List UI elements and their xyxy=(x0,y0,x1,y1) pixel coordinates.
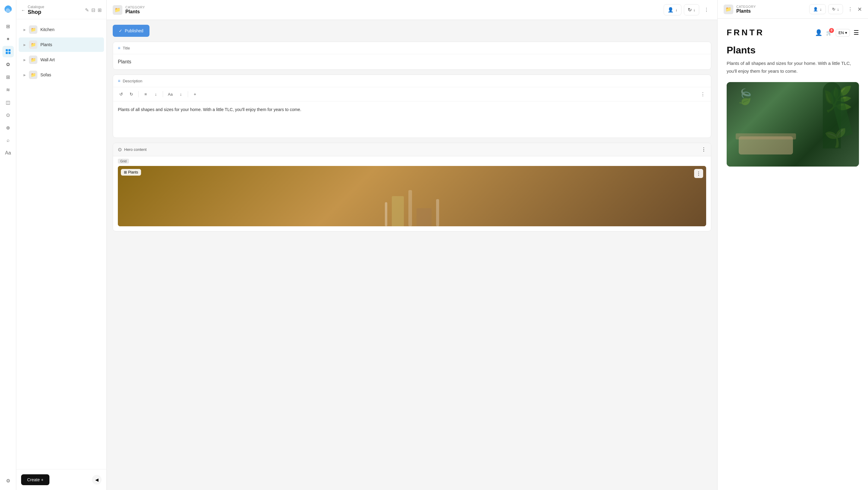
hero-plants-tag: ⊞ Plants xyxy=(121,169,141,176)
toolbar-separator-3 xyxy=(188,91,188,97)
topbar-btn-2[interactable]: ↻ ↓ xyxy=(684,4,700,16)
sidebar-toolbar: ✎ ⊟ ⊞ xyxy=(85,7,101,13)
toolbar-separator-2 xyxy=(163,91,163,97)
main-editor: 📁 Category Plants 👤 ↓ ↻ ↓ ⋮ ✓ Published … xyxy=(107,0,717,490)
preview-btn-1[interactable]: 👤 ↓ xyxy=(809,4,826,14)
category-label: Category xyxy=(125,5,145,9)
plants-tag-label: Plants xyxy=(128,170,138,174)
topbar-btn-1[interactable]: 👤 ↓ xyxy=(664,4,681,16)
sidebar-item-database[interactable]: ◫ xyxy=(2,96,14,108)
plants-label: Plants xyxy=(40,42,52,47)
preview-category-desc: Plants of all shapes and sizes for your … xyxy=(727,59,859,75)
font-button[interactable]: Aa xyxy=(165,90,175,99)
published-badge: ✓ Published xyxy=(113,25,150,37)
preview-panel: 📁 Category Plants 👤 ↓ ↻ ↓ ⋮ ✕ FRNTR 👤 xyxy=(717,0,868,490)
sidebar-back-button[interactable]: ← xyxy=(21,8,25,13)
sidebar-nav: ← Catalogue Shop xyxy=(21,5,44,16)
sidebar-item-search[interactable]: ⌕ xyxy=(2,135,14,146)
description-section-icon: ≡ xyxy=(118,79,120,83)
layout-icon[interactable]: ⊟ xyxy=(91,7,95,13)
topbar-btn-1-arrow: ↓ xyxy=(675,7,678,12)
frntr-cart-icon[interactable]: 🛒 0 xyxy=(826,30,832,36)
icon-bar-bottom: ⚙ xyxy=(2,475,14,486)
sidebar-header: ← Catalogue Shop ✎ ⊟ ⊞ xyxy=(16,0,106,19)
sidebar-item-wall-art[interactable]: ▶ 📁 Wall Art xyxy=(19,53,104,67)
sidebar-item-settings[interactable]: ⚙ xyxy=(2,475,14,486)
preview-more-button[interactable]: ⋮ xyxy=(845,4,855,14)
create-button[interactable]: Create + xyxy=(21,474,50,485)
person-icon: 👤 xyxy=(668,7,674,13)
svg-rect-3 xyxy=(8,52,10,54)
hero-section-label: Hero content xyxy=(124,147,147,152)
preview-sync-icon: ↻ xyxy=(832,7,835,11)
frntr-nav-icons: 👤 🛒 0 EN ▾ ☰ xyxy=(815,29,859,36)
sidebar-item-plants[interactable]: ▶ 📁 Plants xyxy=(19,37,104,52)
preview-hero-image: 🌿 🍃 🌱 Shining Plants xyxy=(727,82,859,167)
preview-person-icon: 👤 xyxy=(813,7,818,11)
lang-arrow-icon: ▾ xyxy=(845,30,847,35)
title-input[interactable] xyxy=(113,54,711,69)
editor-topbar-more[interactable]: ⋮ xyxy=(702,5,711,15)
title-section-label: Title xyxy=(123,46,130,50)
sidebar-item-integrations[interactable]: ✿ xyxy=(2,59,14,70)
editor-topbar-left: 📁 Category Plants xyxy=(113,5,145,15)
app-logo[interactable] xyxy=(3,4,13,15)
font-down-button[interactable]: ↓ xyxy=(176,90,185,99)
frntr-header: FRNTR 👤 🛒 0 EN ▾ ☰ xyxy=(727,28,859,37)
frntr-logo: FRNTR xyxy=(727,28,764,37)
add-button[interactable]: + xyxy=(190,90,199,99)
preview-btn-2[interactable]: ↻ ↓ xyxy=(828,4,843,14)
align-down-button[interactable]: ↓ xyxy=(151,90,160,99)
title-section-icon: ≡ xyxy=(118,46,120,50)
editor-topbar-right: 👤 ↓ ↻ ↓ ⋮ xyxy=(664,4,711,16)
preview-category-title: Plants xyxy=(727,45,859,56)
edit-icon[interactable]: ✎ xyxy=(85,7,89,13)
description-section: ≡ Description ↺ ↻ ≡ ↓ Aa ↓ + ⋮ Plants of… xyxy=(113,75,711,138)
sidebar-item-home[interactable]: ⊞ xyxy=(2,21,14,32)
sidebar-footer: Create + ◀ xyxy=(16,469,106,490)
lang-selector[interactable]: EN ▾ xyxy=(836,29,850,36)
preview-close-button[interactable]: ✕ xyxy=(858,6,862,13)
hero-header-icon: ⊙ xyxy=(118,147,122,152)
preview-category-name: Plants xyxy=(736,8,756,14)
image-icon[interactable]: ⊞ xyxy=(98,7,101,13)
description-more-button[interactable]: ⋮ xyxy=(698,90,707,99)
description-content[interactable]: Plants of all shapes and sizes for your … xyxy=(113,102,711,138)
sidebar-item-analytics[interactable]: ✦ xyxy=(2,33,14,45)
description-toolbar: ↺ ↻ ≡ ↓ Aa ↓ + ⋮ xyxy=(113,87,711,102)
chevron-right-icon: ▶ xyxy=(24,58,26,62)
sidebar-item-kitchen[interactable]: ▶ 📁 Kitchen xyxy=(19,22,104,37)
hero-image-more[interactable]: ⋮ xyxy=(694,169,703,178)
category-name: Plants xyxy=(125,9,145,15)
title-section-header: ≡ Title xyxy=(113,42,711,54)
preview-topbar-right: 👤 ↓ ↻ ↓ ⋮ ✕ xyxy=(809,4,862,14)
wall-art-label: Wall Art xyxy=(40,57,55,62)
sidebar-item-sofas[interactable]: ▶ 📁 Sofas xyxy=(19,67,104,82)
sidebar-item-filter[interactable]: ⊙ xyxy=(2,109,14,121)
published-label: Published xyxy=(125,28,144,33)
sofas-label: Sofas xyxy=(40,73,51,77)
collapse-button[interactable]: ◀ xyxy=(92,475,101,485)
sidebar-items: ▶ 📁 Kitchen ▶ 📁 Plants ▶ 📁 Wall Art ▶ 📁 … xyxy=(16,19,106,469)
plants-tag-icon: ⊞ xyxy=(124,170,127,174)
kitchen-folder-icon: 📁 xyxy=(29,25,37,34)
sidebar: ← Catalogue Shop ✎ ⊟ ⊞ ▶ 📁 Kitchen ▶ 📁 P… xyxy=(16,0,107,490)
sidebar-item-grid[interactable]: ⊞ xyxy=(2,71,14,83)
preview-btn-1-arrow: ↓ xyxy=(820,7,822,11)
svg-rect-0 xyxy=(6,49,8,51)
align-button[interactable]: ≡ xyxy=(141,90,150,99)
hamburger-icon[interactable]: ☰ xyxy=(854,29,859,36)
title-section: ≡ Title xyxy=(113,41,711,70)
sidebar-item-data[interactable]: ≋ xyxy=(2,84,14,95)
redo-button[interactable]: ↻ xyxy=(127,90,136,99)
frntr-user-icon[interactable]: 👤 xyxy=(815,29,823,36)
wall-art-folder-icon: 📁 xyxy=(29,56,37,64)
hero-more-button[interactable]: ⋮ xyxy=(701,147,706,152)
undo-button[interactable]: ↺ xyxy=(117,90,126,99)
sidebar-item-users[interactable]: ⊕ xyxy=(2,122,14,133)
hero-header: ⊙ Hero content ⋮ xyxy=(113,143,711,156)
sofas-folder-icon: 📁 xyxy=(29,70,37,79)
sidebar-item-pages[interactable] xyxy=(2,46,14,57)
kitchen-label: Kitchen xyxy=(40,27,55,32)
sidebar-item-text[interactable]: Aa xyxy=(2,147,14,159)
